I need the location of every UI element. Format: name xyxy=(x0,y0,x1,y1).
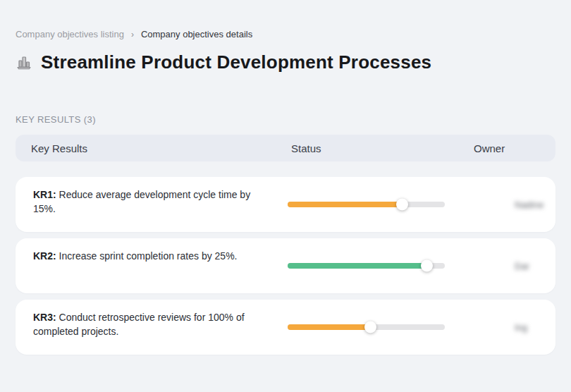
kr3-description: Conduct retrospective reviews for 100% o… xyxy=(33,312,245,337)
progress-fill xyxy=(288,263,427,269)
title-row: Streamline Product Development Processes xyxy=(16,51,555,73)
breadcrumb-current: Company objectives details xyxy=(141,29,252,39)
avatar xyxy=(474,252,502,280)
kr1-progress-slider[interactable] xyxy=(288,199,445,211)
column-header-owner: Owner xyxy=(474,142,555,154)
kr3-text: KR3: Conduct retrospective reviews for 1… xyxy=(16,300,288,338)
kr1-label: KR1: xyxy=(33,189,56,200)
column-header-key-results: Key Results xyxy=(16,142,288,154)
avatar xyxy=(474,313,502,341)
breadcrumb: Company objectives listing › Company obj… xyxy=(16,29,555,39)
avatar xyxy=(474,190,502,219)
column-header-status: Status xyxy=(288,142,474,154)
progress-thumb[interactable] xyxy=(396,199,408,211)
kr1-description: Reduce average development cycle time by… xyxy=(33,189,250,214)
kr2-label: KR2: xyxy=(33,250,56,262)
kr3-progress-slider[interactable] xyxy=(288,321,445,333)
table-header: Key Results Status Owner xyxy=(16,135,555,161)
kr2-progress-slider[interactable] xyxy=(288,260,445,272)
page-title: Streamline Product Development Processes xyxy=(41,51,431,73)
progress-thumb[interactable] xyxy=(364,321,376,333)
kr2-owner-cell: Dar xyxy=(474,252,555,280)
objective-details-page: Company objectives listing › Company obj… xyxy=(0,0,571,355)
kr2-text: KR2: Increase sprint completion rates by… xyxy=(16,238,288,263)
kr2-status-cell xyxy=(288,260,474,272)
owner-name: Ing xyxy=(515,322,527,333)
key-result-row-kr1[interactable]: KR1: Reduce average development cycle ti… xyxy=(16,177,555,232)
kr1-status-cell xyxy=(288,199,474,211)
progress-fill xyxy=(288,202,403,207)
key-results-section-label: KEY RESULTS (3) xyxy=(16,114,555,125)
progress-thumb[interactable] xyxy=(421,260,433,272)
chevron-right-icon: › xyxy=(131,30,134,39)
kr3-label: KR3: xyxy=(33,312,56,323)
kr1-text: KR1: Reduce average development cycle ti… xyxy=(16,177,288,216)
key-result-row-kr2[interactable]: KR2: Increase sprint completion rates by… xyxy=(16,238,555,293)
breadcrumb-parent-link[interactable]: Company objectives listing xyxy=(16,29,124,39)
progress-fill xyxy=(288,324,371,330)
company-buildings-icon xyxy=(16,54,32,71)
key-result-row-kr3[interactable]: KR3: Conduct retrospective reviews for 1… xyxy=(16,300,555,355)
kr2-description: Increase sprint completion rates by 25%. xyxy=(56,250,238,262)
owner-name: Dar xyxy=(515,261,529,271)
kr1-owner-cell: Nadine xyxy=(474,190,555,219)
kr3-status-cell xyxy=(288,321,474,333)
key-results-list: KR1: Reduce average development cycle ti… xyxy=(16,177,555,355)
kr3-owner-cell: Ing xyxy=(474,313,555,341)
owner-name: Nadine xyxy=(515,200,544,210)
